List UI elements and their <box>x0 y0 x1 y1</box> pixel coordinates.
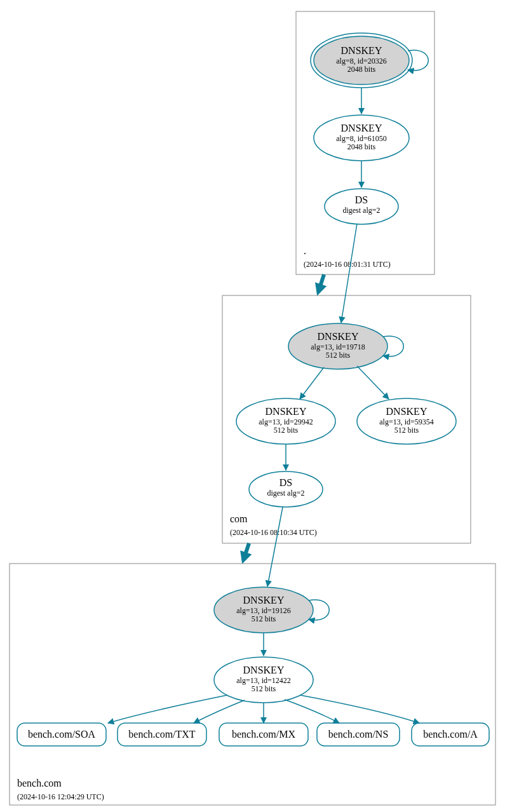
svg-text:512 bits: 512 bits <box>252 684 276 693</box>
svg-text:512 bits: 512 bits <box>274 426 299 435</box>
edge-bench-zsk-to-txt <box>194 700 245 723</box>
svg-text:alg=13, id=29942: alg=13, id=29942 <box>259 417 313 426</box>
node-bench-ksk: DNSKEY alg=13, id=19126 512 bits <box>214 587 313 633</box>
node-root-ds: DS digest alg=2 <box>325 189 398 224</box>
node-com-ksk: DNSKEY alg=13, id=19718 512 bits <box>288 323 387 369</box>
rr-soa: bench.com/SOA <box>17 723 106 746</box>
rr-ns: bench.com/NS <box>317 723 400 746</box>
node-root-zsk: DNSKEY alg=8, id=61050 2048 bits <box>314 115 409 161</box>
svg-text:2048 bits: 2048 bits <box>347 65 376 74</box>
node-bench-zsk: DNSKEY alg=13, id=12422 512 bits <box>214 657 313 703</box>
rr-txt: bench.com/TXT <box>118 723 206 746</box>
zone-timestamp-root: (2024-10-16 08:01:31 UTC) <box>304 260 391 269</box>
svg-text:bench.com/MX: bench.com/MX <box>232 729 295 740</box>
svg-text:DNSKEY: DNSKEY <box>341 45 382 56</box>
svg-text:DS: DS <box>355 194 368 205</box>
edge-bench-zsk-to-a <box>300 695 419 723</box>
svg-text:512 bits: 512 bits <box>326 351 351 360</box>
zone-name-bench: bench.com <box>17 778 62 788</box>
zone-name-root: . <box>304 245 306 256</box>
node-com-ds: DS digest alg=2 <box>249 471 323 507</box>
svg-text:alg=13, id=59354: alg=13, id=59354 <box>379 417 434 426</box>
node-com-extra-key: DNSKEY alg=13, id=59354 512 bits <box>357 398 456 444</box>
dnssec-chain-diagram: . (2024-10-16 08:01:31 UTC) DNSKEY alg=8… <box>0 0 505 812</box>
svg-text:DNSKEY: DNSKEY <box>341 123 382 133</box>
edge-root-ds-to-com-ksk <box>341 224 357 323</box>
svg-text:DNSKEY: DNSKEY <box>243 665 285 675</box>
svg-text:DNSKEY: DNSKEY <box>243 595 285 606</box>
svg-text:512 bits: 512 bits <box>252 614 276 623</box>
svg-text:DS: DS <box>279 477 292 488</box>
edge-com-ksk-to-zsk <box>300 367 324 399</box>
svg-text:DNSKEY: DNSKEY <box>318 331 359 342</box>
svg-text:bench.com/SOA: bench.com/SOA <box>28 729 96 740</box>
node-com-zsk: DNSKEY alg=13, id=29942 512 bits <box>236 398 335 444</box>
node-root-ksk: DNSKEY alg=8, id=20326 2048 bits <box>311 33 412 88</box>
svg-text:digest alg=2: digest alg=2 <box>267 489 304 497</box>
edge-com-ksk-to-extra <box>357 366 389 399</box>
svg-text:2048 bits: 2048 bits <box>347 142 376 151</box>
svg-text:bench.com/TXT: bench.com/TXT <box>128 729 196 740</box>
zone-timestamp-bench: (2024-10-16 12:04:29 UTC) <box>17 792 104 801</box>
zone-timestamp-com: (2024-10-16 08:10:34 UTC) <box>230 528 317 537</box>
svg-text:alg=13, id=12422: alg=13, id=12422 <box>236 676 291 685</box>
zone-name-com: com <box>230 513 248 524</box>
svg-text:512 bits: 512 bits <box>394 426 419 435</box>
svg-text:bench.com/NS: bench.com/NS <box>328 729 389 740</box>
edge-delegation-root-to-com <box>318 274 324 292</box>
svg-text:DNSKEY: DNSKEY <box>386 406 428 417</box>
svg-text:alg=8, id=20326: alg=8, id=20326 <box>336 57 387 65</box>
svg-text:alg=8, id=61050: alg=8, id=61050 <box>336 134 387 143</box>
svg-text:bench.com/A: bench.com/A <box>423 729 478 740</box>
edge-bench-zsk-to-ns <box>285 700 339 723</box>
svg-text:alg=13, id=19126: alg=13, id=19126 <box>236 606 291 615</box>
rr-a: bench.com/A <box>412 723 489 746</box>
edge-bench-zsk-to-soa <box>108 695 227 723</box>
svg-text:DNSKEY: DNSKEY <box>266 406 307 417</box>
edge-com-ds-to-bench-ksk <box>267 507 283 586</box>
svg-text:alg=13, id=19718: alg=13, id=19718 <box>311 342 365 351</box>
svg-text:digest alg=2: digest alg=2 <box>342 206 380 215</box>
rr-mx: bench.com/MX <box>219 723 308 746</box>
edge-delegation-com-to-bench <box>243 543 249 560</box>
